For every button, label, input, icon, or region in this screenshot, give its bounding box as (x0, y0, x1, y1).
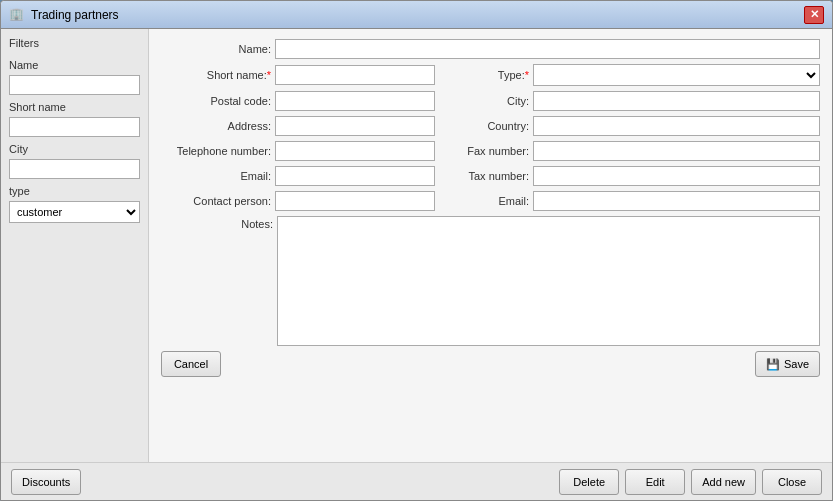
address-label: Address: (161, 120, 271, 132)
save-label: Save (784, 358, 809, 370)
name-input[interactable] (275, 39, 820, 59)
window-body: Filters Name Short name City type custom… (1, 29, 832, 462)
bottom-right: Delete Edit Add new Close (559, 469, 822, 495)
form-row-postal-city: Postal code: City: (161, 91, 820, 111)
email-input[interactable] (275, 166, 435, 186)
form-row-name: Name: (161, 39, 820, 59)
edit-button[interactable]: Edit (625, 469, 685, 495)
type-select[interactable] (533, 64, 820, 86)
form-row-tel-fax: Telephone number: Fax number: (161, 141, 820, 161)
form-row-contact-email2: Contact person: Email: (161, 191, 820, 211)
bottom-left: Discounts (11, 469, 81, 495)
form-area: Name: Short name:* Type:* (161, 39, 820, 452)
bottom-bar: Discounts Delete Edit Add new Close (1, 462, 832, 500)
window-icon: 🏢 (9, 7, 25, 23)
cancel-button[interactable]: Cancel (161, 351, 221, 377)
country-label: Country: (459, 120, 529, 132)
form-row-shortname-type: Short name:* Type:* (161, 64, 820, 86)
filter-name-label: Name (9, 59, 140, 71)
postal-code-input[interactable] (275, 91, 435, 111)
form-row-email-tax: Email: Tax number: (161, 166, 820, 186)
add-new-button[interactable]: Add new (691, 469, 756, 495)
email2-input[interactable] (533, 191, 820, 211)
fax-input[interactable] (533, 141, 820, 161)
name-label: Name: (161, 43, 271, 55)
main-content: Name: Short name:* Type:* (149, 29, 832, 462)
type-label: Type:* (459, 69, 529, 81)
tax-input[interactable] (533, 166, 820, 186)
sidebar: Filters Name Short name City type custom… (1, 29, 149, 462)
city-input[interactable] (533, 91, 820, 111)
filter-type-group: type customer (9, 185, 140, 223)
filter-city-label: City (9, 143, 140, 155)
filter-city-input[interactable] (9, 159, 140, 179)
form-action-row: Cancel 💾 Save (161, 351, 820, 377)
save-button[interactable]: 💾 Save (755, 351, 820, 377)
contact-person-label: Contact person: (161, 195, 271, 207)
form-row-address-country: Address: Country: (161, 116, 820, 136)
notes-textarea[interactable] (277, 216, 820, 346)
address-input[interactable] (275, 116, 435, 136)
filter-city-group: City (9, 143, 140, 179)
form-row-notes: Notes: (161, 216, 820, 346)
close-window-button[interactable]: ✕ (804, 6, 824, 24)
window-title: Trading partners (31, 8, 119, 22)
city-label: City: (459, 95, 529, 107)
contact-person-input[interactable] (275, 191, 435, 211)
telephone-label: Telephone number: (161, 145, 271, 157)
telephone-input[interactable] (275, 141, 435, 161)
postal-code-label: Postal code: (161, 95, 271, 107)
tax-label: Tax number: (459, 170, 529, 182)
discounts-button[interactable]: Discounts (11, 469, 81, 495)
main-window: 🏢 Trading partners ✕ Filters Name Short … (0, 0, 833, 501)
filter-name-input[interactable] (9, 75, 140, 95)
filter-type-label: type (9, 185, 140, 197)
fax-label: Fax number: (459, 145, 529, 157)
filter-name-group: Name (9, 59, 140, 95)
short-name-label: Short name:* (161, 69, 271, 81)
title-bar: 🏢 Trading partners ✕ (1, 1, 832, 29)
country-input[interactable] (533, 116, 820, 136)
filter-shortname-group: Short name (9, 101, 140, 137)
email2-label: Email: (459, 195, 529, 207)
filters-title: Filters (9, 37, 140, 49)
short-name-input[interactable] (275, 65, 435, 85)
email-label: Email: (161, 170, 271, 182)
notes-label: Notes: (161, 216, 273, 346)
delete-button[interactable]: Delete (559, 469, 619, 495)
save-icon: 💾 (766, 358, 780, 371)
close-button[interactable]: Close (762, 469, 822, 495)
filter-shortname-label: Short name (9, 101, 140, 113)
filter-type-select[interactable]: customer (9, 201, 140, 223)
filter-shortname-input[interactable] (9, 117, 140, 137)
title-bar-left: 🏢 Trading partners (9, 7, 119, 23)
